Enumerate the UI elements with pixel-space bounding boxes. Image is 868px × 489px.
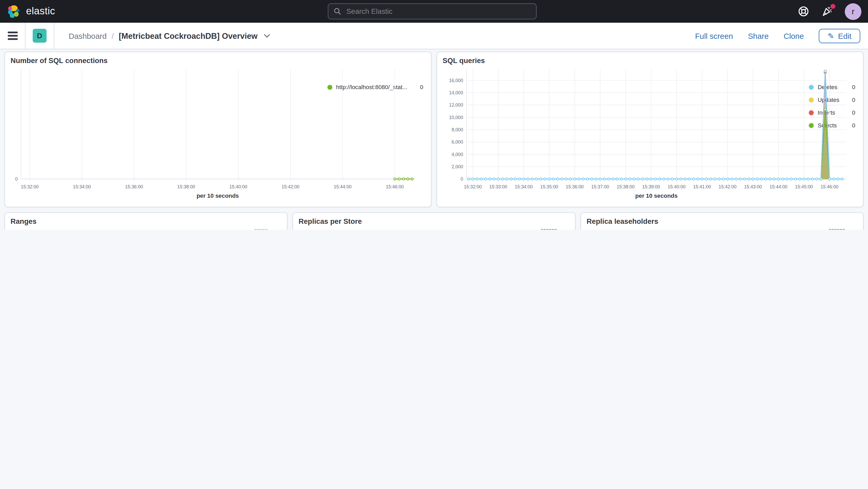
chart-sql-connections: 015:32:0015:34:0015:36:0015:38:0015:40:0…	[10, 66, 324, 202]
search-input[interactable]	[345, 7, 530, 16]
chart-ranges: 0102030405060708015:32:0015:34:0015:36:0…	[10, 227, 210, 230]
whats-new-button[interactable]	[821, 5, 833, 18]
svg-text:15:43:00: 15:43:00	[744, 184, 762, 189]
panel-ranges[interactable]: Ranges 0102030405060708015:32:0015:34:00…	[4, 212, 287, 230]
edit-button-label: Edit	[838, 31, 851, 40]
divider	[25, 23, 26, 49]
top-navigation-bar: elastic	[0, 0, 868, 23]
panel-sql-connections[interactable]: Number of SQL connections 015:32:0015:34…	[4, 52, 432, 207]
svg-text:15:37:00: 15:37:00	[591, 184, 609, 189]
panel-title: Replica leaseholders	[587, 217, 858, 225]
svg-text:15:38:00: 15:38:00	[177, 184, 195, 189]
global-search[interactable]	[328, 3, 536, 20]
svg-text:15:32:00: 15:32:00	[464, 184, 482, 189]
panel-title: Ranges	[10, 217, 281, 225]
svg-text:15:42:00: 15:42:00	[718, 184, 737, 189]
svg-text:15:46:00: 15:46:00	[386, 184, 404, 189]
chart-sql-queries: 02,0004,0006,0008,00010,00012,00014,0001…	[443, 66, 806, 202]
help-button[interactable]	[797, 5, 809, 18]
help-icon	[798, 5, 809, 17]
dashboard-row: Number of SQL connections 015:32:0015:34…	[4, 52, 864, 207]
title-menu-button[interactable]	[264, 34, 270, 38]
chart-canvas[interactable]: 0102030405060708015:32:0015:34:0015:36:0…	[10, 227, 276, 230]
breadcrumb-separator: /	[112, 31, 114, 40]
svg-text:15:33:00: 15:33:00	[489, 184, 507, 189]
breadcrumb: Dashboard / [Metricbeat CockroachDB] Ove…	[69, 31, 270, 40]
svg-text:0: 0	[15, 176, 18, 182]
svg-text:14,000: 14,000	[449, 90, 463, 95]
svg-text:15:39:00: 15:39:00	[642, 184, 660, 189]
svg-text:per 10 seconds: per 10 seconds	[635, 192, 678, 199]
avatar[interactable]: r	[845, 3, 862, 20]
svg-text:15:44:00: 15:44:00	[770, 184, 787, 189]
svg-text:8,000: 8,000	[452, 127, 463, 132]
clone-button[interactable]: Clone	[784, 31, 804, 40]
search-icon	[334, 8, 341, 15]
panel-sql-queries[interactable]: SQL queries 02,0004,0006,0008,00010,0001…	[436, 52, 864, 207]
notification-dot	[831, 4, 835, 9]
chart-canvas[interactable]: 0102030405060708015:32:0015:35:0015:38:0…	[587, 227, 852, 230]
svg-text:12,000: 12,000	[449, 103, 463, 108]
svg-text:15:32:00: 15:32:00	[21, 184, 39, 189]
svg-text:15:42:00: 15:42:00	[281, 184, 300, 189]
panel-title: Replicas per Store	[299, 217, 569, 225]
svg-text:10,000: 10,000	[449, 115, 463, 120]
svg-text:15:34:00: 15:34:00	[515, 184, 533, 189]
svg-text:15:35:00: 15:35:00	[540, 184, 558, 189]
share-button[interactable]: Share	[748, 31, 769, 40]
dashboard-grid: Number of SQL connections 015:32:0015:34…	[0, 49, 868, 230]
full-screen-button[interactable]: Full screen	[695, 31, 733, 40]
dashboard-row: Ranges 0102030405060708015:32:0015:34:00…	[4, 212, 864, 230]
app-badge-letter: D	[37, 32, 42, 40]
svg-text:15:40:00: 15:40:00	[229, 184, 247, 189]
svg-text:15:36:00: 15:36:00	[566, 184, 584, 189]
svg-text:15:45:00: 15:45:00	[795, 184, 813, 189]
svg-text:15:41:00: 15:41:00	[693, 184, 711, 189]
toolbar-actions: Full screen Share Clone ✎ Edit	[695, 29, 860, 43]
svg-text:15:46:00: 15:46:00	[820, 184, 839, 189]
elastic-logo[interactable]: elastic	[7, 4, 55, 19]
panel-replica-leaseholders[interactable]: Replica leaseholders 0102030405060708015…	[581, 212, 864, 230]
chart-replicas-per-store: 0102030405060708015:32:0015:35:0015:38:0…	[299, 227, 466, 230]
brand-name: elastic	[26, 5, 55, 17]
svg-text:15:40:00: 15:40:00	[668, 184, 686, 189]
header-actions: r	[797, 3, 862, 20]
pencil-icon: ✎	[828, 32, 834, 40]
svg-text:0: 0	[460, 176, 463, 182]
chart-canvas[interactable]: 02,0004,0006,0008,00010,00012,00014,0001…	[443, 66, 852, 202]
avatar-initial: r	[851, 7, 855, 16]
svg-text:per 10 seconds: per 10 seconds	[197, 192, 239, 199]
edit-button[interactable]: ✎ Edit	[819, 29, 860, 43]
menu-button[interactable]	[8, 32, 18, 40]
chart-replica-leaseholders: 0102030405060708015:32:0015:35:0015:38:0…	[587, 227, 754, 230]
svg-text:2,000: 2,000	[452, 164, 463, 169]
elastic-logo-icon	[7, 4, 21, 19]
divider	[54, 23, 54, 49]
panel-title: Number of SQL connections	[10, 57, 425, 65]
svg-text:16,000: 16,000	[449, 78, 463, 83]
page-title: [Metricbeat CockroachDB] Overview	[119, 31, 257, 40]
chart-canvas[interactable]: 015:32:0015:34:0015:36:0015:38:0015:40:0…	[10, 66, 420, 202]
svg-text:15:34:00: 15:34:00	[73, 184, 91, 189]
svg-text:6,000: 6,000	[452, 140, 463, 145]
svg-text:15:36:00: 15:36:00	[125, 184, 143, 189]
svg-text:15:38:00: 15:38:00	[617, 184, 635, 189]
svg-text:4,000: 4,000	[452, 152, 463, 157]
chevron-down-icon	[264, 34, 270, 38]
dashboard-app-badge[interactable]: D	[33, 29, 46, 43]
panel-replicas-per-store[interactable]: Replicas per Store 0102030405060708015:3…	[292, 212, 576, 230]
chart-canvas[interactable]: 0102030405060708015:32:0015:35:0015:38:0…	[299, 227, 564, 230]
breadcrumb-dashboard[interactable]: Dashboard	[69, 31, 107, 40]
dashboard-toolbar: D Dashboard / [Metricbeat CockroachDB] O…	[0, 23, 868, 49]
kibana-app: elastic	[0, 0, 868, 230]
panel-title: SQL queries	[443, 57, 858, 65]
svg-text:15:44:00: 15:44:00	[334, 184, 351, 189]
